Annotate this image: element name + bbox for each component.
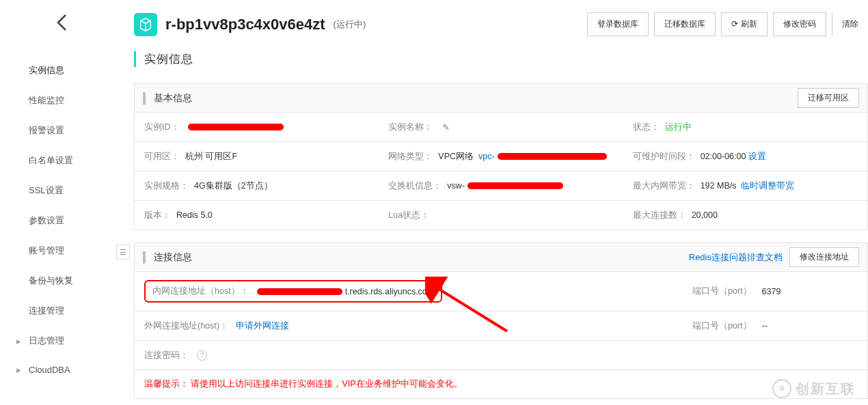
change-password-button[interactable]: 修改密码 xyxy=(773,12,826,36)
watermark: ✕ 创新互联 xyxy=(772,379,856,398)
max-conn-value: 20,000 xyxy=(692,210,718,220)
sidebar-item-accounts[interactable]: 账号管理 xyxy=(0,236,123,266)
redacted xyxy=(257,288,342,295)
maint-value: 02:00-06:00 xyxy=(701,152,746,161)
help-icon[interactable]: ? xyxy=(197,350,207,361)
network-type-label: 网络类型： xyxy=(388,151,433,163)
clear-button[interactable]: 清除 xyxy=(832,12,868,36)
panel-title: 基本信息 xyxy=(154,92,192,104)
sidebar-item-label: 日志管理 xyxy=(29,335,64,347)
zone-value: 杭州 可用区F xyxy=(185,151,237,163)
sidebar-item-label: CloudDBA xyxy=(29,365,70,375)
sidebar-item-label: SSL设置 xyxy=(29,184,64,197)
sidebar-item-ssl[interactable]: SSL设置 xyxy=(0,176,123,206)
sidebar-item-conn-manage[interactable]: 连接管理 xyxy=(0,296,123,326)
maint-label: 可维护时间段： xyxy=(633,151,695,163)
adjust-bw-link[interactable]: 临时调整带宽 xyxy=(741,180,794,192)
chevron-right-icon: ▸ xyxy=(16,365,23,375)
basic-info-panel: 基本信息 迁移可用区 实例ID： 实例名称：✎ 状态：运行中 可用区：杭州 可用… xyxy=(134,83,868,230)
status-value: 运行中 xyxy=(665,122,692,133)
sidebar-item-label: 参数设置 xyxy=(29,214,64,227)
sidebar-item-params[interactable]: 参数设置 xyxy=(0,206,123,236)
panel-bar xyxy=(143,92,146,104)
edit-conn-button[interactable]: 修改连接地址 xyxy=(789,247,859,267)
port-label: 端口号（port） xyxy=(692,285,752,297)
vswitch-prefix: vsw- xyxy=(447,181,465,191)
sidebar-item-backup[interactable]: 备份与恢复 xyxy=(0,266,123,296)
conn-hint: 温馨提示： 请使用以上访问连接串进行实例连接，VIP在业务维护中可能会变化。 xyxy=(135,370,867,398)
internet-host-label: 外网连接地址(host)： xyxy=(144,320,228,332)
sidebar-item-whitelist[interactable]: 白名单设置 xyxy=(0,145,123,176)
page-title: r-bp1vv8p3c4x0v6e4zt xyxy=(165,16,325,33)
refresh-icon: ⟳ xyxy=(731,19,738,29)
spec-value: 4G集群版（2节点） xyxy=(194,180,273,192)
panel-title: 连接信息 xyxy=(154,251,192,264)
collapse-sidebar-icon[interactable]: ☰ xyxy=(116,245,130,260)
zone-label: 可用区： xyxy=(144,151,180,163)
redis-troubleshoot-link[interactable]: Redis连接问题排查文档 xyxy=(689,251,783,264)
sidebar-item-logs[interactable]: ▸日志管理 xyxy=(0,326,123,356)
sidebar-item-alarm[interactable]: 报警设置 xyxy=(0,115,123,145)
migrate-az-button[interactable]: 迁移可用区 xyxy=(798,88,859,108)
login-db-button[interactable]: 登录数据库 xyxy=(587,12,649,36)
sidebar-item-label: 账号管理 xyxy=(29,245,64,257)
panel-bar xyxy=(143,251,146,264)
vswitch-label: 交换机信息： xyxy=(388,180,442,192)
refresh-button[interactable]: ⟳刷新 xyxy=(721,12,768,36)
sidebar-item-label: 连接管理 xyxy=(29,305,64,317)
version-label: 版本： xyxy=(144,210,171,221)
refresh-label: 刷新 xyxy=(741,19,757,29)
section-title: 实例信息 xyxy=(134,51,868,67)
sidebar-item-label: 性能监控 xyxy=(29,94,64,107)
title-status: (运行中) xyxy=(334,18,366,31)
instance-id-label: 实例ID： xyxy=(144,122,180,133)
port-label: 端口号（port） xyxy=(692,320,752,332)
version-value: Redis 5.0 xyxy=(176,210,213,220)
vpc-link[interactable]: vpc- xyxy=(478,152,495,161)
sidebar-item-clouddba[interactable]: ▸CloudDBA xyxy=(0,356,123,384)
sidebar-item-label: 白名单设置 xyxy=(29,154,73,167)
conn-pwd-label: 连接密码： xyxy=(144,350,189,361)
chevron-right-icon: ▸ xyxy=(16,336,23,346)
watermark-logo-icon: ✕ xyxy=(772,379,791,398)
lua-label: Lua状态： xyxy=(388,210,429,221)
sidebar-item-label: 报警设置 xyxy=(29,124,64,137)
watermark-text: 创新互联 xyxy=(796,380,856,398)
sidebar-item-performance[interactable]: 性能监控 xyxy=(0,85,123,115)
instance-name-label: 实例名称： xyxy=(388,122,433,133)
max-bw-label: 最大内网带宽： xyxy=(633,180,695,192)
migrate-db-button[interactable]: 迁移数据库 xyxy=(654,12,716,36)
status-label: 状态： xyxy=(633,122,660,133)
apply-internet-link[interactable]: 申请外网连接 xyxy=(236,320,289,332)
sidebar-item-label: 备份与恢复 xyxy=(29,275,73,287)
intranet-host-highlight: 内网连接地址（host）： t.redis.rds.aliyuncs.com xyxy=(144,280,442,303)
max-bw-value: 192 MB/s xyxy=(701,181,737,191)
conn-info-panel: 连接信息 Redis连接问题排查文档 修改连接地址 内网连接地址（host）： … xyxy=(134,242,868,399)
redacted xyxy=(498,153,607,160)
instance-icon xyxy=(134,13,157,36)
back-icon[interactable] xyxy=(0,0,123,55)
intranet-host-label: 内网连接地址（host）： xyxy=(152,285,249,297)
port-intranet-value: 6379 xyxy=(762,287,781,296)
edit-icon[interactable]: ✎ xyxy=(442,122,450,132)
max-conn-label: 最大连接数： xyxy=(633,210,686,221)
network-type-value: VPC网络 xyxy=(438,151,474,163)
sidebar-item-label: 实例信息 xyxy=(29,64,64,76)
maint-set-link[interactable]: 设置 xyxy=(748,151,766,163)
spec-label: 实例规格： xyxy=(144,180,189,192)
sidebar-item-instance-info[interactable]: 实例信息 xyxy=(0,55,123,85)
port-internet-value: -- xyxy=(762,321,768,331)
redacted xyxy=(188,124,284,130)
intranet-host-suffix: t.redis.rds.aliyuncs.com xyxy=(345,287,435,296)
redacted xyxy=(467,182,563,189)
